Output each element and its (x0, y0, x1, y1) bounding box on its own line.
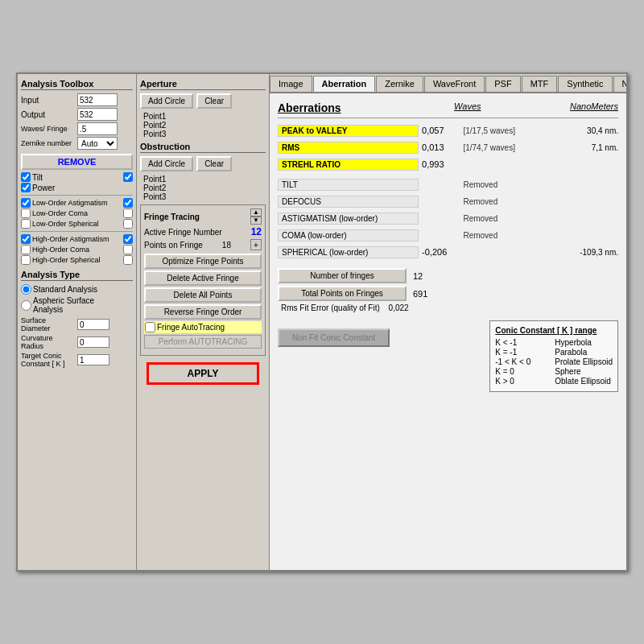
remove-button[interactable]: REMOVE (21, 154, 133, 170)
aperture-point-1: Point1 (143, 112, 266, 121)
rms-unit: [1/74,7 waves] (463, 143, 559, 152)
lo-sph-cb2[interactable] (123, 219, 133, 229)
aperture-title: Aperture (140, 79, 266, 90)
tab-wavefront[interactable]: WaveFront (424, 76, 485, 92)
fringe-arrows: ▲ ▼ (250, 208, 262, 225)
ho-sph-row: High-Order Spherical (21, 255, 133, 265)
ptv-row: PEAK to VALLEY 0,057 [1/17,5 waves] 30,4… (278, 123, 618, 138)
output-field[interactable] (77, 108, 118, 121)
perform-autotracing-button[interactable]: Perform AUTOTRACING (144, 335, 262, 349)
conic-row-4: K = 0 Sphere (495, 367, 613, 376)
lo-sph-row: Low-Order Spherical (21, 219, 133, 229)
obstruction-buttons: Add Circle Clear (140, 156, 266, 171)
obstruction-points: Point1 Point2 Point3 (140, 175, 266, 201)
astig-unit: Removed (463, 214, 559, 223)
nm-col-header: NanoMeters (570, 101, 618, 114)
conic-table-title: Conic Constant [ K ] range (495, 326, 613, 335)
tabs-bar: Image Aberration Zernike WaveFront PSF M… (270, 74, 626, 93)
surface-diam-label: Surface Diameter (21, 316, 77, 332)
ho-sph-checkbox[interactable] (21, 255, 31, 265)
ho-coma-cb2[interactable] (123, 245, 133, 254)
tab-synthetic[interactable]: Synthetic (558, 76, 612, 92)
waves-row: Waves/ Fringe (21, 122, 133, 135)
surface-diam-input[interactable] (77, 319, 109, 330)
tab-mtf[interactable]: MTF (522, 76, 558, 92)
tab-psf[interactable]: PSF (485, 76, 520, 92)
strehl-row: STREHL RATIO 0,993 (278, 157, 618, 171)
delete-all-button[interactable]: Delete All Points (144, 287, 262, 303)
autotracing-checkbox[interactable] (145, 322, 155, 332)
ho-astig-checkbox[interactable] (21, 234, 31, 244)
reverse-fringe-button[interactable]: Reverse Fringe Order (144, 304, 262, 320)
conic-row-5: K > 0 Oblate Ellipsoid (495, 377, 613, 386)
total-points-row: Total Points on Fringes 691 (278, 286, 618, 301)
fringe-section: Fringe Tracing ▲ ▼ Active Fringe Number … (140, 204, 266, 356)
active-fringe-label: Active Fringe Number (144, 228, 222, 237)
tilt-label: TILT (278, 179, 419, 191)
lo-coma-checkbox[interactable] (21, 208, 31, 218)
output-label: Output (21, 110, 77, 119)
rms-fit-row: Rms Fit Error (quality of Fit) 0,022 (278, 303, 618, 312)
lo-astig-row: Low-Order Astigmatism (21, 198, 133, 208)
tab-zernike[interactable]: Zernike (376, 76, 423, 92)
lo-astig-checkbox[interactable] (21, 198, 31, 208)
lo-sph-checkbox[interactable] (21, 219, 31, 229)
input-field[interactable] (77, 93, 118, 106)
right-panel: Image Aberration Zernike WaveFront PSF M… (270, 74, 626, 570)
autotracing-label: Fringe AutoTracing (157, 323, 225, 332)
aspheric-radio-row: Aspheric SurfaceAnalysis (21, 296, 133, 314)
standard-radio[interactable] (21, 284, 31, 295)
zernike-select[interactable]: Auto (77, 137, 118, 150)
coma-row: COMA (low-order) Removed (278, 228, 618, 242)
conic-table: Conic Constant [ K ] range K < -1 Hyperb… (489, 320, 618, 392)
waves-field[interactable] (77, 122, 118, 135)
optimize-fringe-button[interactable]: Optimize Fringe Points (144, 254, 262, 269)
bottom-section: Non Fit Conic Constant Conic Constant [ … (278, 320, 618, 392)
tilt-row: TILT Removed (278, 177, 618, 192)
power-label: Power (32, 184, 55, 192)
tilt-row: Tilt (21, 172, 133, 182)
obs-add-circle-button[interactable]: Add Circle (140, 156, 193, 171)
fringe-up-button[interactable]: ▲ (250, 208, 262, 217)
ho-sph-label: High-Order Spherical (32, 256, 101, 264)
tilt-checkbox[interactable] (21, 172, 31, 182)
ptv-label: PEAK to VALLEY (278, 125, 419, 137)
ho-coma-checkbox[interactable] (21, 245, 31, 254)
input-label: Input (21, 96, 77, 105)
spherical-value: -0,206 (419, 247, 463, 257)
conic-row-2: K = -1 Parabola (495, 348, 613, 357)
obs-clear-button[interactable]: Clear (196, 156, 232, 171)
obstruction-title: Obstruction (140, 142, 266, 153)
target-conic-label: Target ConicConstant [ K ] (21, 352, 77, 368)
active-fringe-row: Active Fringe Number 12 (144, 226, 262, 237)
tilt-cb2[interactable] (123, 172, 133, 182)
zernike-row: Zernike number Auto (21, 137, 133, 150)
target-conic-input[interactable] (77, 354, 109, 365)
lo-coma-row: Low-Order Coma (21, 208, 133, 218)
ho-sph-cb2[interactable] (123, 255, 133, 265)
add-circle-button[interactable]: Add Circle (140, 93, 193, 109)
ho-astig-cb2[interactable] (123, 234, 133, 244)
total-points-value: 691 (413, 289, 453, 299)
non-fit-conic-button[interactable]: Non Fit Conic Constant (278, 328, 390, 347)
clear-aperture-button[interactable]: Clear (196, 93, 232, 109)
plus-button[interactable]: + (250, 239, 262, 250)
rms-row: RMS 0,013 [1/74,7 waves] 7,1 nm. (278, 140, 618, 155)
aspheric-radio[interactable] (21, 300, 31, 311)
waves-col-header: Waves (454, 101, 481, 114)
lo-coma-cb2[interactable] (123, 208, 133, 218)
rms-value: 0,013 (419, 142, 463, 152)
spherical-label: SPHERICAL (low-order) (278, 246, 419, 258)
fringe-down-button[interactable]: ▼ (250, 217, 262, 225)
spherical-row: SPHERICAL (low-order) -0,206 -109,3 nm. (278, 245, 618, 259)
rms-fit-value: 0,022 (389, 303, 409, 312)
apply-button[interactable]: APPLY (147, 362, 259, 385)
delete-active-button[interactable]: Delete Active Fringe (144, 270, 262, 286)
power-checkbox[interactable] (21, 183, 31, 192)
aperture-point-3: Point3 (143, 130, 266, 138)
lo-astig-cb2[interactable] (123, 198, 133, 208)
curvature-input[interactable] (77, 336, 109, 348)
tab-notes[interactable]: Notes (613, 76, 626, 92)
tab-image[interactable]: Image (270, 76, 312, 92)
tab-aberration[interactable]: Aberration (313, 76, 376, 92)
